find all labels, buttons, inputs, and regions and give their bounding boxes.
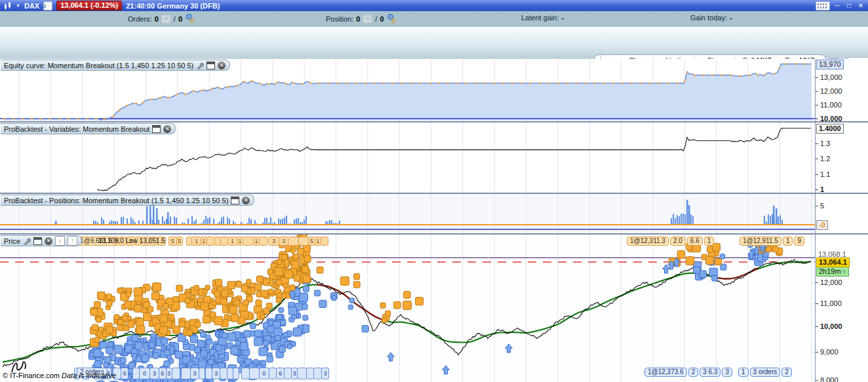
axis-tick <box>816 352 818 353</box>
axis-tick <box>816 91 818 92</box>
keyboard-icon[interactable] <box>816 1 830 10</box>
close-button[interactable]: ✕ <box>856 2 865 9</box>
equity-panel-header[interactable]: Equity curve: Momentum Breakout (1.5 1,4… <box>1 60 230 71</box>
ohlc-overlay-text: 13,109.0 Low 13,051.5 <box>98 237 165 244</box>
gain-today-value: - <box>730 14 732 22</box>
price-change-badge: 13,064.1 (-0.12%) <box>56 1 122 10</box>
axis-label: 5 <box>820 202 824 210</box>
toolbar: ▲ ▼ (x) units ▼ 4 hours ▼ ▼ ◂ <box>0 27 868 60</box>
close-panel-icon[interactable]: ✕ <box>163 125 171 133</box>
candlestick-icon <box>4 2 14 10</box>
axis-label: 13,000 <box>820 73 842 81</box>
detach-window-icon[interactable] <box>231 197 239 204</box>
axis-label: 1.1 <box>820 170 830 178</box>
close-panel-icon[interactable]: ✕ <box>218 62 226 69</box>
axis-label: 11,000 <box>820 101 842 109</box>
timestamp-instrument: 21:40:00 Germany 30 (DFB) <box>126 2 220 10</box>
orders-value: 0 <box>155 15 159 23</box>
orders-label: Orders: <box>128 15 152 23</box>
instrument-name: DAX <box>24 2 39 10</box>
axis-tick <box>816 77 818 78</box>
axis-tick <box>816 105 818 105</box>
position-status: Position: 0 ✕ / 0 ⚙⚙ <box>326 14 396 24</box>
positions-panel-header[interactable]: ProBacktest - Positions: Momentum Breako… <box>1 195 254 206</box>
price-axis-column[interactable]: 13,00012,00011,00010,00013,9701.31.21.11… <box>816 59 868 382</box>
axis-tick <box>816 326 818 327</box>
axis-tick <box>816 282 818 283</box>
detach-window-icon[interactable] <box>207 62 215 69</box>
latent-gain: Latent gain: - <box>521 14 564 22</box>
indicative-text: Data is indicative <box>62 372 116 379</box>
buy-order-icon[interactable]: ↑ <box>68 236 77 246</box>
variables-panel-header[interactable]: ProBacktest - Variables: Momentum Breako… <box>1 123 176 134</box>
chart-area: Equity curve: Momentum Breakout (1.5 1,4… <box>0 59 868 382</box>
axis-label: 8,000 <box>820 376 838 382</box>
orders-value2: 0 <box>178 15 182 23</box>
gain-today-label: Gain today: <box>690 14 727 22</box>
charts-canvas[interactable] <box>0 59 868 382</box>
gain-today: Gain today: - <box>690 14 732 22</box>
refresh-icon: ↻ <box>842 269 846 274</box>
position-label: Position: <box>326 15 353 23</box>
variables-current-value: 1.4000 <box>816 124 844 134</box>
position-value: 0 <box>356 15 360 23</box>
axis-tick <box>816 206 818 206</box>
axis-label: 12,000 <box>820 278 842 286</box>
latent-gain-value: - <box>562 14 564 22</box>
axis-label: 1.2 <box>820 155 830 162</box>
detach-window-icon[interactable] <box>152 125 161 133</box>
orders-cancel-icon[interactable]: ✕ <box>161 14 171 24</box>
axis-tick <box>816 159 818 159</box>
price-panel-title: Price <box>4 237 20 245</box>
price-current-value: 13,064.1 <box>816 258 850 267</box>
title-bar: ▼ DAX i 13,064.1 (-0.12%) 21:40:00 Germa… <box>0 0 868 11</box>
close-panel-icon[interactable]: ✕ <box>45 237 52 245</box>
axis-label: 10,000 <box>820 322 842 330</box>
info-icon[interactable]: i <box>43 1 52 10</box>
detach-window-icon[interactable] <box>33 237 42 245</box>
sell-order-icon[interactable]: ↓ <box>55 236 65 246</box>
axis-tick <box>816 119 818 119</box>
axis-label: 12,000 <box>820 87 842 95</box>
close-panel-icon[interactable]: ✕ <box>242 197 250 204</box>
wrench-icon[interactable] <box>196 62 204 69</box>
axis-tick <box>816 380 818 381</box>
maximize-button[interactable]: □ <box>844 2 854 9</box>
position-slash: / <box>375 15 377 23</box>
drawing-scribble <box>9 359 31 376</box>
axis-tick <box>816 174 818 175</box>
position-settings-icon[interactable]: ⚙⚙ <box>387 14 397 24</box>
equity-panel-title: Equity curve: Momentum Breakout (1.5 1,4… <box>4 62 193 69</box>
latent-gain-label: Latent gain: <box>521 14 559 22</box>
position-close-icon[interactable]: ✕ <box>363 14 372 24</box>
status-row: Orders: 0 ✕ / 0 ⚙⚙ Position: 0 ✕ / 0 ⚙⚙ … <box>0 11 868 28</box>
orders-settings-icon[interactable]: ⚙⚙ <box>185 14 195 24</box>
chevron-down-icon: ▼ <box>16 3 20 8</box>
axis-label: 11,000 <box>820 299 842 307</box>
chart-window-icon[interactable]: ▼ <box>4 2 20 10</box>
axis-label: 1.3 <box>820 140 830 147</box>
axis-tick <box>816 189 818 190</box>
trading-platform-window: ▼ DAX i 13,064.1 (-0.12%) 21:40:00 Germa… <box>0 0 868 382</box>
axis-tick <box>816 143 818 144</box>
axis-label: 9,000 <box>820 348 838 356</box>
variables-panel-title: ProBacktest - Variables: Momentum Breako… <box>4 125 149 133</box>
minimize-button[interactable]: ─ <box>833 2 842 9</box>
position-value2: 0 <box>380 15 384 23</box>
equity-current-value: 13,970 <box>816 60 844 69</box>
wrench-icon[interactable] <box>23 237 31 245</box>
orders-slash: / <box>174 15 176 23</box>
positions-panel-title: ProBacktest - Positions: Momentum Breako… <box>4 197 228 204</box>
positions-current-value: -0 <box>816 220 828 230</box>
price-panel-header[interactable]: Price ✕ ↓ ↑ <box>1 235 82 246</box>
orders-status: Orders: 0 ✕ / 0 ⚙⚙ <box>128 14 195 24</box>
axis-tick <box>816 303 818 304</box>
bar-countdown: 2h19m↻ <box>816 267 849 277</box>
